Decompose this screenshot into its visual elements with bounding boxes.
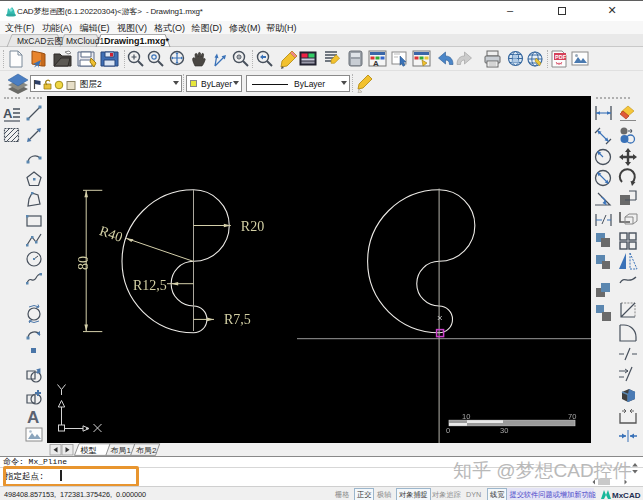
svg-text:A: A — [27, 408, 39, 426]
svg-text:模型: 模型 — [81, 446, 97, 455]
svg-text:PDF: PDF — [555, 54, 567, 60]
svg-text:30: 30 — [500, 426, 508, 435]
svg-text:Drawing1.mxg*: Drawing1.mxg* — [104, 36, 170, 46]
svg-text:70: 70 — [568, 412, 576, 421]
svg-text:R12,5: R12,5 — [133, 278, 167, 293]
svg-text:布局2: 布局2 — [136, 446, 157, 455]
svg-text:0: 0 — [446, 426, 450, 435]
svg-text:80: 80 — [76, 256, 91, 270]
svg-text:10: 10 — [462, 412, 470, 421]
svg-text:R40: R40 — [98, 223, 125, 245]
svg-text:R7,5: R7,5 — [224, 312, 251, 327]
svg-text:A: A — [373, 59, 379, 68]
svg-text:MxCAD云图: MxCAD云图 — [17, 36, 63, 46]
svg-text:布局1: 布局1 — [110, 446, 131, 455]
svg-text:R20: R20 — [241, 219, 264, 234]
svg-text:A: A — [3, 106, 13, 121]
svg-text:MxCloud1: MxCloud1 — [66, 36, 105, 46]
